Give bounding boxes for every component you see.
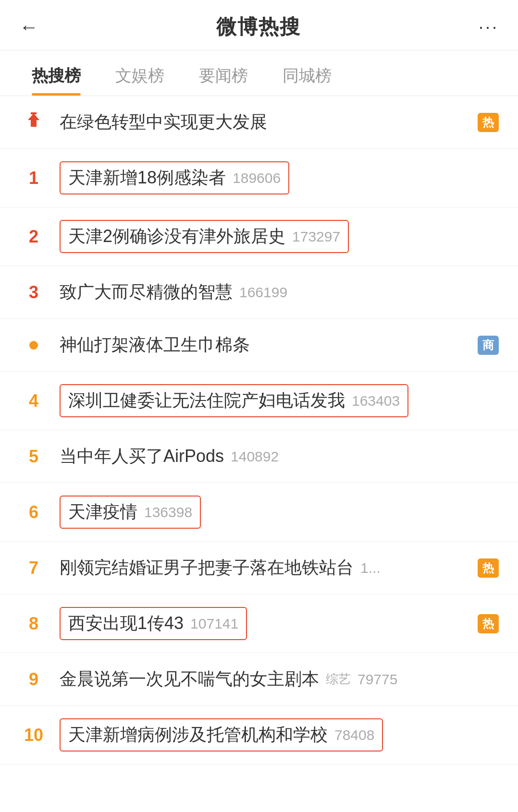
- item-title: 致广大而尽精微的智慧: [60, 280, 233, 304]
- rank-number: 7: [29, 558, 38, 578]
- rank-number: 10: [24, 725, 43, 745]
- item-box: 天津新增18例感染者189606: [60, 161, 289, 194]
- rank-col: [19, 111, 48, 133]
- item-count: 163403: [352, 393, 400, 409]
- item-content: 天津新增18例感染者189606: [60, 161, 499, 194]
- list-item-3[interactable]: 3致广大而尽精微的智慧166199: [0, 266, 518, 319]
- list-item-1[interactable]: 1天津新增18例感染者189606: [0, 149, 518, 207]
- list-item-5[interactable]: 5当中年人买了AirPods140892: [0, 430, 518, 483]
- list-item-10[interactable]: 10天津新增病例涉及托管机构和学校78408: [0, 706, 518, 764]
- item-badge: 热: [478, 113, 499, 132]
- item-content: 天津新增病例涉及托管机构和学校78408: [60, 718, 499, 751]
- item-count: 140892: [231, 448, 279, 465]
- item-title: 西安出现1传43: [68, 612, 184, 635]
- rank-col: 10: [19, 725, 48, 745]
- item-box: 西安出现1传43107141: [60, 607, 247, 640]
- svg-rect-1: [31, 112, 37, 114]
- item-badge: 热: [478, 614, 499, 633]
- item-tag: 热: [478, 614, 499, 633]
- item-count: 107141: [190, 616, 238, 632]
- item-count: 79775: [358, 671, 397, 688]
- back-button[interactable]: ←: [19, 17, 38, 36]
- item-count: 189606: [233, 170, 281, 186]
- item-box: 深圳卫健委让无法住院产妇电话发我163403: [60, 384, 408, 417]
- list-item-7[interactable]: 7刚领完结婚证男子把妻子落在地铁站台1...热: [0, 542, 518, 594]
- rank-arrow-icon: [25, 111, 42, 133]
- item-count: 173297: [292, 229, 340, 245]
- item-content: 西安出现1传43107141: [60, 607, 478, 640]
- item-title: 当中年人买了AirPods: [60, 445, 224, 468]
- rank-col: 9: [19, 669, 48, 690]
- item-title: 金晨说第一次见不喘气的女主剧本: [60, 667, 319, 691]
- item-count: 78408: [334, 727, 374, 743]
- more-button[interactable]: ···: [479, 17, 499, 37]
- item-content: 当中年人买了AirPods140892: [60, 445, 499, 468]
- rank-number: 9: [29, 669, 38, 690]
- item-count: 166199: [239, 284, 287, 301]
- tab-hot[interactable]: 热搜榜: [14, 54, 98, 96]
- item-box: 天津疫情136398: [60, 496, 201, 529]
- item-category: 综艺: [326, 671, 351, 688]
- item-content: 金晨说第一次见不喘气的女主剧本综艺79775: [60, 667, 499, 691]
- rank-col: 4: [19, 391, 48, 411]
- rank-col: 8: [19, 614, 48, 634]
- item-content: 致广大而尽精微的智慧166199: [60, 280, 499, 304]
- rank-col: 6: [19, 502, 48, 522]
- item-count: 1...: [360, 560, 381, 576]
- trending-list: 在绿色转型中实现更大发展热1天津新增18例感染者1896062天津2例确诊没有津…: [0, 96, 518, 764]
- tab-local[interactable]: 同城榜: [265, 54, 349, 96]
- list-item-4[interactable]: 4深圳卫健委让无法住院产妇电话发我163403: [0, 372, 518, 430]
- rank-col: 3: [19, 282, 48, 303]
- item-count: 136398: [144, 504, 192, 521]
- item-badge: 商: [478, 336, 499, 355]
- list-item-2[interactable]: 2天津2例确诊没有津外旅居史173297: [0, 207, 518, 266]
- item-title: 天津2例确诊没有津外旅居史: [68, 225, 285, 248]
- rank-number: 8: [29, 614, 38, 634]
- rank-dot-icon: [29, 341, 38, 350]
- rank-col: 7: [19, 558, 48, 578]
- tab-news[interactable]: 要闻榜: [182, 54, 265, 96]
- item-content: 天津2例确诊没有津外旅居史173297: [60, 220, 499, 253]
- rank-col: 5: [19, 447, 48, 467]
- rank-number: 6: [29, 502, 38, 522]
- item-content: 刚领完结婚证男子把妻子落在地铁站台1...: [60, 556, 478, 580]
- list-item-9[interactable]: 9金晨说第一次见不喘气的女主剧本综艺79775: [0, 653, 518, 706]
- rank-number: 2: [29, 227, 38, 247]
- item-title: 天津疫情: [68, 500, 137, 524]
- tab-bar: 热搜榜文娱榜要闻榜同城榜: [0, 54, 518, 96]
- item-box: 天津2例确诊没有津外旅居史173297: [60, 220, 349, 253]
- item-title: 在绿色转型中实现更大发展: [60, 110, 267, 134]
- item-tag: 热: [478, 558, 499, 578]
- list-item-pinned[interactable]: 在绿色转型中实现更大发展热: [0, 96, 518, 149]
- list-item-6[interactable]: 6天津疫情136398: [0, 483, 518, 542]
- list-item-8[interactable]: 8西安出现1传43107141热: [0, 594, 518, 653]
- page-title: 微博热搜: [216, 13, 301, 40]
- item-badge: 热: [478, 558, 499, 578]
- rank-col: [19, 341, 48, 350]
- svg-marker-0: [28, 113, 39, 127]
- item-content: 深圳卫健委让无法住院产妇电话发我163403: [60, 384, 499, 417]
- rank-col: 2: [19, 227, 48, 247]
- item-tag: 热: [478, 113, 499, 132]
- header: ← 微博热搜 ···: [0, 0, 518, 50]
- rank-number: 1: [29, 168, 38, 188]
- item-title: 刚领完结婚证男子把妻子落在地铁站台: [60, 556, 354, 580]
- item-content: 神仙打架液体卫生巾棉条: [60, 333, 478, 357]
- list-item-ad[interactable]: 神仙打架液体卫生巾棉条商: [0, 319, 518, 372]
- item-title: 天津新增18例感染者: [68, 166, 226, 190]
- item-title: 天津新增病例涉及托管机构和学校: [68, 723, 328, 747]
- tab-entertainment[interactable]: 文娱榜: [98, 54, 182, 96]
- item-box: 天津新增病例涉及托管机构和学校78408: [60, 718, 383, 751]
- item-content: 天津疫情136398: [60, 496, 499, 529]
- item-title: 深圳卫健委让无法住院产妇电话发我: [68, 389, 345, 412]
- item-content: 在绿色转型中实现更大发展: [60, 110, 478, 134]
- item-title: 神仙打架液体卫生巾棉条: [60, 333, 250, 357]
- rank-col: 1: [19, 168, 48, 188]
- rank-number: 3: [29, 282, 38, 303]
- item-tag: 商: [478, 336, 499, 355]
- rank-number: 4: [29, 391, 38, 411]
- rank-number: 5: [29, 447, 38, 467]
